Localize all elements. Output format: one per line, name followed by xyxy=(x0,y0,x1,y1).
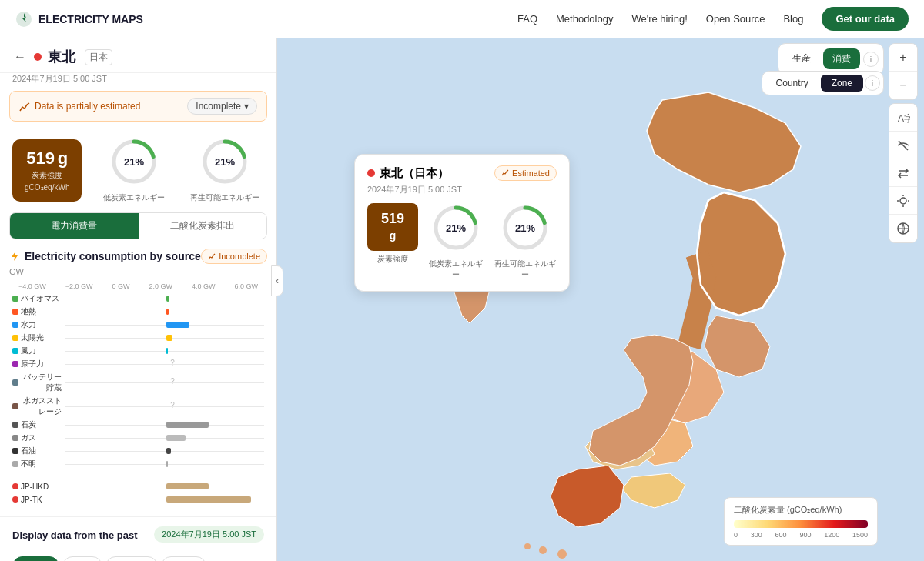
import-bar-container xyxy=(65,494,264,505)
zoom-controls: + − xyxy=(889,43,918,100)
consumption-button[interactable]: 消費 xyxy=(823,48,860,69)
tooltip-renewable-circle: 21% xyxy=(500,203,550,252)
data-banner-text: Data is partially estimated xyxy=(19,101,140,112)
nav-faq[interactable]: FAQ xyxy=(517,13,537,25)
exchange-icon xyxy=(896,166,910,180)
tooltip-renewable-label: 再生可能エネルギー xyxy=(493,259,557,280)
gas-dot xyxy=(12,435,18,441)
tk-text: JP-TK xyxy=(21,496,42,504)
zoom-in-button[interactable]: + xyxy=(889,44,917,72)
carbon-stat: 519 g 炭素強度 gCO₂eq/kWh xyxy=(12,139,82,202)
tk-dot xyxy=(12,496,18,503)
eye-slash-icon xyxy=(896,139,910,152)
tooltip-carbon-label: 炭素強度 xyxy=(367,254,418,265)
hydrostorage-dot xyxy=(12,403,18,409)
zone-country-toggle: Country Zone i xyxy=(762,71,884,95)
legend-label-1500: 1500 xyxy=(852,531,868,539)
chart-icon xyxy=(19,101,30,112)
tab-daily[interactable]: Daily xyxy=(62,556,103,561)
low-carbon-stat: 21% 低炭素エネルギー xyxy=(94,137,172,203)
tooltip-estimated: Estimated xyxy=(494,165,557,181)
zoom-out-button[interactable]: − xyxy=(889,72,917,99)
chart-row-solar: 太陽光 xyxy=(12,332,264,343)
solar-text: 太陽光 xyxy=(21,332,44,343)
chart-bars: ? xyxy=(65,377,264,388)
legend: 二酸化炭素量 (gCO₂eq/kWh) 0 300 600 900 1200 1… xyxy=(724,497,878,546)
translate-button[interactable]: A字 xyxy=(889,104,917,132)
lightning-icon xyxy=(9,251,20,262)
hide-button[interactable] xyxy=(889,132,917,159)
solar-dot xyxy=(12,335,18,341)
estimated-icon xyxy=(501,169,509,177)
biomass-dot xyxy=(12,296,18,302)
chart-label: 風力 xyxy=(12,346,62,356)
coal-dot xyxy=(12,422,18,428)
geothermal-dot xyxy=(12,309,18,315)
battery-text: バッテリー貯蔵 xyxy=(21,372,62,393)
chart-bars xyxy=(65,332,264,343)
legend-labels: 0 300 600 900 1200 1500 xyxy=(734,531,868,539)
legend-label-900: 900 xyxy=(799,531,811,539)
chart-label: 原子力 xyxy=(12,359,62,369)
chart-row-biomass: バイオマス xyxy=(12,293,264,304)
nav-opensource[interactable]: Open Source xyxy=(706,13,765,25)
chart-bars: ? xyxy=(65,401,264,412)
import-row-hkd: JP-HKD xyxy=(12,481,264,492)
globe-button[interactable] xyxy=(889,215,917,242)
chart-row-geothermal: 地熱 xyxy=(12,306,264,317)
nav-methodology[interactable]: Methodology xyxy=(556,13,613,25)
get-data-button[interactable]: Get our data xyxy=(822,7,909,31)
chart-row-oil: 石油 xyxy=(12,446,264,456)
section-title-row: Electricity consumption by source Incomp… xyxy=(9,249,267,264)
zone-info-button[interactable]: i xyxy=(865,75,880,91)
display-date: 2024年7月19日 5:00 JST xyxy=(154,526,264,543)
country-button[interactable]: Country xyxy=(765,75,819,92)
logo: ELECTRICITY MAPS xyxy=(15,11,143,28)
region-sub: 日本 xyxy=(85,49,112,65)
legend-label-600: 600 xyxy=(775,531,787,539)
region-title: 東北 xyxy=(48,48,75,66)
tab-hourly[interactable]: Hourly xyxy=(12,556,59,561)
back-button[interactable]: ← xyxy=(12,48,28,65)
nuclear-dot xyxy=(12,361,18,367)
info-button[interactable]: i xyxy=(863,52,879,67)
tab-emissions[interactable]: 二酸化炭素排出 xyxy=(139,213,267,239)
legend-title: 二酸化炭素量 (gCO₂eq/kWh) xyxy=(734,504,868,516)
tab-yearly[interactable]: Yearly xyxy=(161,556,206,561)
chart-row-battery: バッテリー貯蔵 ? xyxy=(12,372,264,393)
tooltip-region-dot xyxy=(367,169,375,177)
chart-label: 不明 xyxy=(12,459,62,469)
data-banner: Data is partially estimated Incomplete ▾ xyxy=(9,91,267,122)
chart-label: ガス xyxy=(12,432,62,443)
display-title: Display data from the past xyxy=(12,529,138,541)
zone-button[interactable]: Zone xyxy=(821,75,863,92)
chart-label: 地熱 xyxy=(12,306,62,317)
panel-toggle[interactable]: ‹ xyxy=(271,265,283,296)
tooltip-carbon: 519 g 炭素強度 xyxy=(367,203,418,280)
carbon-subunit: gCO₂eq/kWh xyxy=(25,182,69,192)
production-button[interactable]: 生産 xyxy=(783,48,820,69)
chart-label: バイオマス xyxy=(12,293,62,304)
exchange-button[interactable] xyxy=(889,159,917,187)
navbar-links: FAQ Methodology We're hiring! Open Sourc… xyxy=(517,7,909,31)
panel-tabs: 電力消費量 二酸化炭素排出 xyxy=(9,212,267,239)
hydrostorage-text: 水ガスストレージ xyxy=(21,396,62,417)
sun-button[interactable] xyxy=(889,187,917,215)
chart-bars: ? xyxy=(65,359,264,369)
svg-point-10 xyxy=(524,543,531,549)
wind-text: 風力 xyxy=(21,346,36,356)
import-label: JP-HKD xyxy=(12,483,62,491)
tooltip-card: 東北（日本） Estimated 2024年7月19日 5:00 JST 519… xyxy=(354,154,570,292)
tab-consumption[interactable]: 電力消費量 xyxy=(10,213,139,239)
tab-monthly[interactable]: Monthly xyxy=(105,556,158,561)
sun-icon xyxy=(896,194,910,208)
chart-label: バッテリー貯蔵 xyxy=(12,372,62,393)
right-controls: + − A字 xyxy=(889,43,918,243)
nav-blog[interactable]: Blog xyxy=(783,13,803,25)
legend-label-0: 0 xyxy=(734,531,738,539)
nav-hiring[interactable]: We're hiring! xyxy=(631,13,687,25)
low-carbon-circle: 21% xyxy=(109,137,159,186)
chart-bars xyxy=(65,446,264,456)
hydro-text: 水力 xyxy=(21,319,36,330)
incomplete-badge[interactable]: Incomplete ▾ xyxy=(187,98,257,115)
